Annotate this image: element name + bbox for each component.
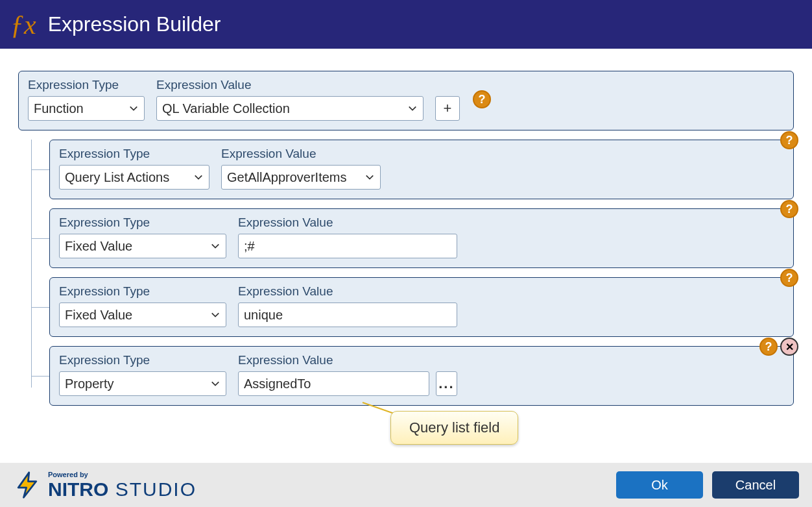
arg-value-label: Expression Value — [238, 284, 457, 299]
dialog-footer: Powered by NITRO STUDIO Ok Cancel — [0, 463, 812, 507]
argument-panel: ?Expression TypeFixed ValueExpression Va… — [49, 277, 794, 337]
arg-type-label: Expression Type — [59, 353, 226, 367]
callout-tooltip: Query list field — [390, 411, 518, 445]
expression-argument-row: ?Expression TypeFixed ValueExpression Va… — [18, 277, 794, 337]
arg-type-label: Expression Type — [59, 147, 209, 161]
tree-connector — [18, 140, 49, 199]
ok-button[interactable]: Ok — [616, 471, 703, 499]
arg-value-input[interactable] — [238, 234, 457, 258]
remove-argument-icon[interactable]: ✕ — [780, 338, 798, 356]
help-icon[interactable]: ? — [780, 269, 798, 287]
expression-argument-row: ?Expression TypeFixed ValueExpression Va… — [18, 208, 794, 268]
add-argument-button[interactable]: + — [435, 96, 460, 121]
expression-argument-row: ?Expression TypeQuery List ActionsExpres… — [18, 140, 794, 199]
callout-text: Query list field — [409, 419, 499, 436]
powered-by-logo: Powered by NITRO STUDIO — [13, 471, 197, 499]
root-value-label: Expression Value — [156, 78, 424, 92]
arg-value-label: Expression Value — [221, 147, 381, 161]
arg-type-select[interactable]: Property — [59, 371, 226, 396]
arg-type-label: Expression Type — [59, 284, 226, 299]
arg-value-input[interactable] — [238, 371, 429, 396]
root-expression-panel: Expression Type Function Expression Valu… — [18, 71, 794, 130]
help-icon[interactable]: ? — [473, 90, 491, 108]
arg-type-select[interactable]: Fixed Value — [59, 303, 226, 327]
arg-value-input[interactable] — [238, 303, 457, 327]
svg-marker-1 — [18, 473, 36, 498]
arg-value-label: Expression Value — [238, 216, 457, 230]
help-icon[interactable]: ? — [780, 131, 798, 149]
arg-type-select[interactable]: Fixed Value — [59, 234, 226, 258]
expression-argument-row: ?✕Expression TypePropertyExpression Valu… — [18, 346, 794, 406]
browse-property-button[interactable]: ... — [436, 371, 457, 396]
fx-icon: ƒx — [10, 9, 36, 40]
tree-connector — [18, 346, 49, 406]
arg-type-label: Expression Type — [59, 216, 226, 230]
arg-value-label: Expression Value — [238, 353, 457, 367]
nitro-bolt-icon — [13, 471, 42, 499]
dialog-header: ƒx Expression Builder — [0, 0, 812, 49]
tree-connector — [18, 277, 49, 337]
root-value-select[interactable]: QL Variable Collection — [156, 96, 424, 121]
argument-panel: ?✕Expression TypePropertyExpression Valu… — [49, 346, 794, 406]
help-icon[interactable]: ? — [759, 338, 778, 356]
arg-value-select[interactable]: GetAllApproverItems — [221, 165, 381, 190]
brand-text: Powered by NITRO STUDIO — [48, 471, 197, 499]
tree-connector — [18, 208, 49, 268]
cancel-button[interactable]: Cancel — [712, 471, 799, 499]
argument-panel: ?Expression TypeFixed ValueExpression Va… — [49, 208, 794, 268]
dialog-title: Expression Builder — [48, 12, 221, 36]
arg-type-select[interactable]: Query List Actions — [59, 165, 209, 190]
expression-builder-dialog: ƒx Expression Builder Expression Type Fu… — [0, 0, 812, 507]
root-type-label: Expression Type — [28, 78, 145, 92]
root-type-select[interactable]: Function — [28, 96, 145, 121]
expression-tree: ?Expression TypeQuery List ActionsExpres… — [18, 140, 794, 406]
dialog-body: Expression Type Function Expression Valu… — [0, 49, 812, 463]
argument-panel: ?Expression TypeQuery List ActionsExpres… — [49, 140, 794, 199]
help-icon[interactable]: ? — [780, 200, 798, 218]
